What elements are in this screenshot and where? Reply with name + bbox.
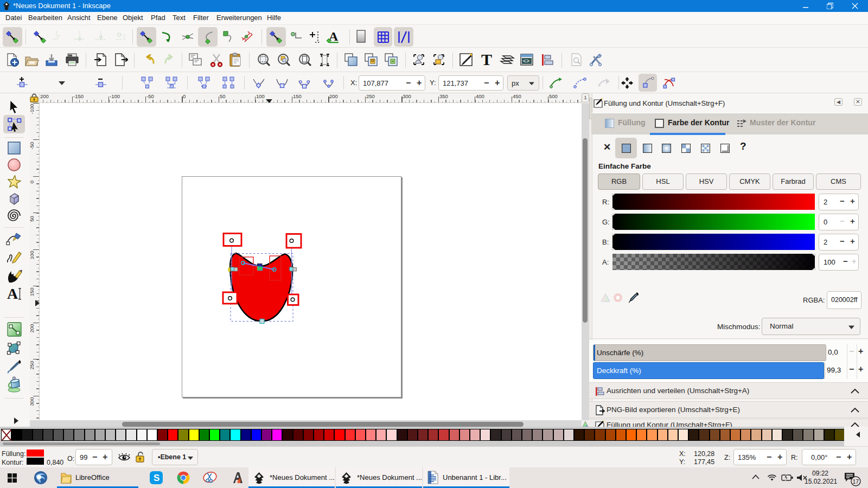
svg-text:A: A bbox=[7, 286, 18, 301]
svg-text:<>: <> bbox=[523, 59, 529, 65]
svg-text:17: 17 bbox=[853, 478, 859, 485]
svg-text:T: T bbox=[481, 52, 492, 68]
svg-text:S: S bbox=[154, 473, 159, 483]
